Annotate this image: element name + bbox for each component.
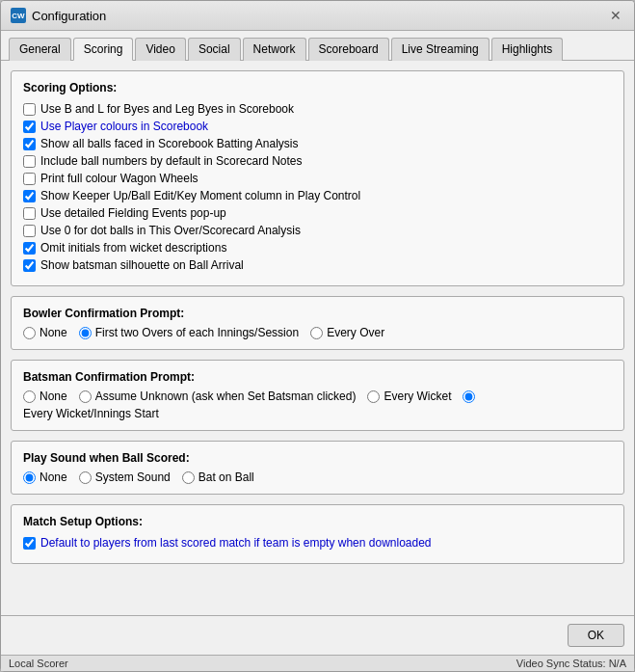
content-area: Scoring Options: Use B and L for Byes an… (1, 61, 634, 615)
radio-batsman-every-wicket-innings-label: Every Wicket/Innings Start (23, 407, 159, 420)
window-title: Configuration (32, 9, 106, 23)
bowler-confirmation-section: Bowler Confirmation Prompt: None First t… (11, 296, 624, 350)
checkbox-omit-initials[interactable] (23, 242, 36, 255)
status-bar: Local Scorer Video Sync Status: N/A (1, 655, 634, 671)
checkbox-dot-balls-label: Use 0 for dot balls in This Over/Scoreca… (40, 224, 301, 237)
radio-batsman-every-wicket-innings[interactable] (463, 390, 475, 403)
radio-batsman-none-label: None (40, 390, 67, 403)
play-sound-section: Play Sound when Ball Scored: None System… (11, 441, 624, 495)
batsman-confirmation-options: None Assume Unknown (ask when Set Batsma… (23, 390, 612, 420)
checkbox-wagon-wheels[interactable] (23, 173, 36, 185)
radio-batsman-every-wicket[interactable] (367, 390, 380, 403)
radio-bowler-every-over[interactable] (310, 327, 323, 339)
checkbox-row: Use B and L for Byes and Leg Byes in Sco… (23, 102, 612, 116)
checkbox-row: Show Keeper Up/Ball Edit/Key Moment colu… (23, 189, 612, 202)
checkbox-detailed-fielding[interactable] (23, 207, 36, 220)
footer: OK (1, 615, 634, 655)
checkbox-ball-numbers[interactable] (23, 155, 36, 168)
batsman-confirmation-section: Batsman Confirmation Prompt: None Assume… (11, 360, 624, 431)
radio-sound-system-label: System Sound (95, 470, 171, 484)
checkbox-player-colours[interactable] (23, 121, 36, 133)
checkbox-row: Use detailed Fielding Events pop-up (23, 206, 612, 220)
radio-batsman-assume-unknown[interactable] (79, 390, 92, 403)
checkbox-dot-balls[interactable] (23, 225, 36, 237)
status-local-scorer: Local Scorer (9, 658, 68, 669)
scoring-options-title: Scoring Options: (23, 81, 612, 94)
checkbox-show-balls-label: Show all balls faced in Scorebook Battin… (40, 137, 299, 150)
radio-sound-none[interactable] (23, 471, 36, 484)
radio-sound-bat-on-ball[interactable] (182, 471, 195, 484)
checkbox-byes-leybyes-label: Use B and L for Byes and Leg Byes in Sco… (40, 102, 294, 116)
checkbox-row: Show all balls faced in Scorebook Battin… (23, 137, 612, 150)
checkbox-keeper-up[interactable] (23, 190, 36, 202)
tab-general[interactable]: General (9, 38, 71, 61)
checkbox-keeper-up-label: Show Keeper Up/Ball Edit/Key Moment colu… (40, 189, 360, 202)
close-button[interactable]: ✕ (607, 7, 624, 24)
play-sound-options: None System Sound Bat on Ball (23, 470, 612, 484)
tab-highlights[interactable]: Highlights (491, 38, 564, 61)
checkbox-wagon-wheels-label: Print full colour Wagon Wheels (40, 172, 198, 185)
bowler-confirmation-options: None First two Overs of each Innings/Ses… (23, 326, 612, 339)
tab-social[interactable]: Social (188, 38, 241, 61)
title-bar-left: CW Configuration (11, 8, 106, 23)
bowler-confirmation-title: Bowler Confirmation Prompt: (23, 307, 612, 320)
checkbox-detailed-fielding-label: Use detailed Fielding Events pop-up (40, 206, 226, 220)
radio-sound-none-label: None (40, 470, 67, 484)
tab-scoring[interactable]: Scoring (73, 38, 134, 61)
radio-batsman-assume-unknown-label: Assume Unknown (ask when Set Batsman cli… (95, 390, 357, 403)
radio-bowler-every-over-label: Every Over (327, 326, 384, 339)
status-video-sync: Video Sync Status: N/A (516, 658, 626, 669)
checkbox-batsman-silhouette-label: Show batsman silhouette on Ball Arrival (40, 258, 244, 272)
radio-sound-system[interactable] (79, 471, 92, 484)
checkbox-player-colours-label: Use Player colours in Scorebook (40, 120, 208, 133)
tabs-container: General Scoring Video Social Network Sco… (1, 31, 634, 61)
checkbox-row: Omit initials from wicket descriptions (23, 241, 612, 255)
checkbox-row: Use 0 for dot balls in This Over/Scoreca… (23, 224, 612, 237)
checkbox-row: Show batsman silhouette on Ball Arrival (23, 258, 612, 272)
radio-bowler-none-label: None (40, 326, 67, 339)
tab-video[interactable]: Video (135, 38, 185, 61)
tab-network[interactable]: Network (243, 38, 306, 61)
checkbox-default-players-label: Default to players from last scored matc… (40, 536, 432, 550)
radio-batsman-none[interactable] (23, 390, 36, 403)
match-setup-section: Match Setup Options: Default to players … (11, 504, 624, 564)
checkbox-row: Default to players from last scored matc… (23, 536, 612, 550)
scoring-options-section: Scoring Options: Use B and L for Byes an… (11, 70, 624, 286)
checkbox-default-players[interactable] (23, 537, 36, 550)
checkbox-show-balls[interactable] (23, 138, 36, 150)
checkbox-row: Use Player colours in Scorebook (23, 120, 612, 133)
tab-live-streaming[interactable]: Live Streaming (391, 38, 489, 61)
title-bar: CW Configuration ✕ (1, 1, 634, 31)
app-icon: CW (11, 8, 26, 23)
radio-batsman-every-wicket-label: Every Wicket (384, 390, 451, 403)
radio-sound-bat-on-ball-label: Bat on Ball (198, 470, 254, 484)
match-setup-title: Match Setup Options: (23, 515, 612, 528)
checkbox-ball-numbers-label: Include ball numbers by default in Score… (40, 154, 302, 168)
configuration-window: CW Configuration ✕ General Scoring Video… (0, 0, 635, 672)
radio-bowler-first-two-label: First two Overs of each Innings/Session (95, 326, 299, 339)
play-sound-title: Play Sound when Ball Scored: (23, 451, 612, 465)
radio-bowler-first-two[interactable] (79, 327, 92, 339)
batsman-confirmation-title: Batsman Confirmation Prompt: (23, 370, 612, 384)
checkbox-byes-leybyes[interactable] (23, 103, 36, 116)
radio-bowler-none[interactable] (23, 327, 36, 339)
ok-button[interactable]: OK (568, 624, 624, 647)
checkbox-batsman-silhouette[interactable] (23, 259, 36, 272)
checkbox-row: Include ball numbers by default in Score… (23, 154, 612, 168)
tab-scoreboard[interactable]: Scoreboard (308, 38, 389, 61)
checkbox-row: Print full colour Wagon Wheels (23, 172, 612, 185)
checkbox-omit-initials-label: Omit initials from wicket descriptions (40, 241, 226, 255)
